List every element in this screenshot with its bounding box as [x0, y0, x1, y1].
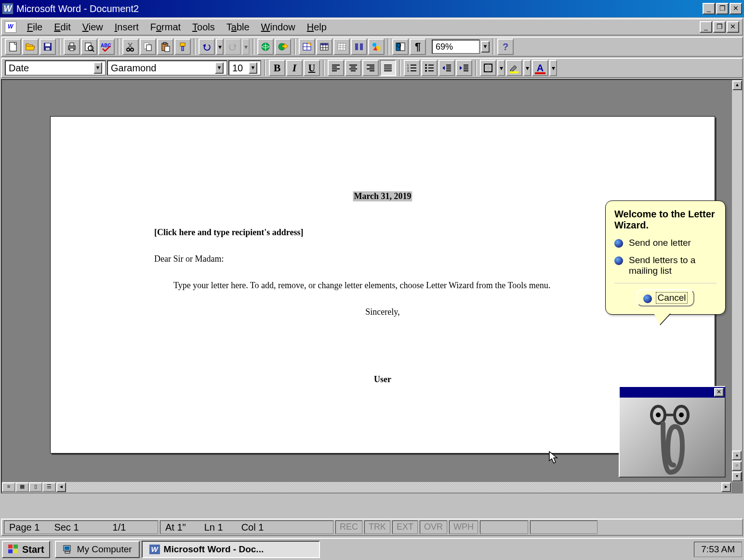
formatting-toolbar: Date▼ Garamond▼ 10▼ B I U 123 ▾ ▾ A ▾ — [1, 58, 743, 78]
border-dropdown[interactable]: ▾ — [497, 60, 505, 76]
drawing-button[interactable] — [368, 39, 385, 55]
spelling-button[interactable]: ABC — [98, 39, 115, 55]
outline-view-button[interactable]: ☰ — [42, 482, 56, 492]
tables-borders-button[interactable] — [299, 39, 315, 55]
letter-date-field[interactable]: March 31, 2019 — [353, 191, 412, 201]
taskbar-word-document[interactable]: W Microsoft Word - Doc... — [142, 541, 320, 558]
help-button[interactable]: ? — [497, 39, 514, 55]
redo-button[interactable] — [225, 39, 241, 55]
show-hide-button[interactable]: ¶ — [410, 39, 426, 55]
mdi-minimize-button[interactable]: _ — [700, 21, 712, 33]
undo-button[interactable] — [199, 39, 215, 55]
menu-format[interactable]: Format — [145, 20, 186, 35]
font-size-combo[interactable]: 10▼ — [228, 60, 261, 76]
copy-button[interactable] — [140, 39, 156, 55]
scroll-right-button[interactable]: ► — [721, 482, 731, 492]
insert-table-button[interactable] — [316, 39, 332, 55]
close-button[interactable]: ✕ — [730, 3, 742, 14]
standard-toolbar: ABC ▾ ▾ ¶ 69% ▼ ? — [1, 37, 743, 57]
status-wph-indicator[interactable]: WPH — [449, 520, 478, 534]
status-rec-indicator[interactable]: REC — [335, 520, 362, 534]
web-toolbar-button[interactable] — [275, 39, 291, 55]
minimize-button[interactable]: _ — [703, 3, 715, 14]
document-control-icon[interactable] — [5, 21, 16, 33]
svg-rect-18 — [163, 42, 166, 44]
mdi-restore-button[interactable]: ❐ — [713, 21, 726, 33]
office-assistant-window[interactable]: ✕ — [619, 386, 726, 478]
page-layout-view-button[interactable]: ▯ — [29, 482, 42, 492]
balloon-option-mailing-list[interactable]: Send letters to a mailing list — [614, 255, 717, 276]
paste-button[interactable] — [157, 39, 173, 55]
assistant-close-button[interactable]: ✕ — [714, 388, 724, 397]
menu-view[interactable]: View — [77, 20, 109, 35]
taskbar-my-computer[interactable]: My Computer — [55, 541, 140, 558]
svg-text:ABC: ABC — [101, 43, 111, 48]
underline-button[interactable]: U — [304, 60, 320, 76]
justify-button[interactable] — [380, 60, 396, 76]
align-center-button[interactable] — [345, 60, 361, 76]
select-browse-object-button[interactable]: ○ — [732, 461, 742, 471]
decrease-indent-button[interactable] — [438, 60, 455, 76]
undo-dropdown[interactable]: ▾ — [216, 39, 224, 55]
balloon-cancel-button[interactable]: Cancel — [637, 289, 694, 307]
online-layout-view-button[interactable]: ▦ — [15, 482, 29, 492]
font-color-dropdown[interactable]: ▾ — [549, 60, 557, 76]
highlight-button[interactable] — [506, 60, 522, 76]
menu-tools[interactable]: Tools — [186, 20, 221, 35]
svg-point-13 — [127, 48, 130, 51]
outside-border-button[interactable] — [480, 60, 496, 76]
balloon-option-send-one[interactable]: Send one letter — [614, 238, 717, 248]
maximize-button[interactable]: ❐ — [716, 3, 729, 14]
closing-text[interactable]: Sincerely, — [365, 307, 399, 317]
svg-point-71 — [425, 64, 427, 66]
align-right-button[interactable] — [362, 60, 379, 76]
highlight-dropdown[interactable]: ▾ — [523, 60, 531, 76]
font-color-button[interactable]: A — [532, 60, 548, 76]
svg-rect-41 — [355, 43, 358, 50]
print-button[interactable] — [64, 39, 80, 55]
bulleted-list-button[interactable] — [421, 60, 438, 76]
format-painter-button[interactable] — [174, 39, 191, 55]
insert-hyperlink-button[interactable] — [257, 39, 274, 55]
menu-insert[interactable]: Insert — [109, 20, 145, 35]
redo-dropdown[interactable]: ▾ — [242, 39, 250, 55]
status-trk-indicator[interactable]: TRK — [364, 520, 390, 534]
columns-button[interactable] — [351, 39, 367, 55]
document-map-button[interactable] — [392, 39, 409, 55]
vertical-scrollbar[interactable]: ▲ ▼ — [731, 80, 742, 482]
menu-help[interactable]: Help — [301, 20, 332, 35]
normal-view-button[interactable]: ≡ — [2, 482, 15, 492]
zoom-dropdown-arrow[interactable]: ▼ — [481, 41, 490, 53]
menu-window[interactable]: Window — [255, 20, 301, 35]
numbered-list-button[interactable]: 123 — [404, 60, 420, 76]
bold-button[interactable]: B — [269, 60, 285, 76]
zoom-combo[interactable]: 69% — [432, 40, 480, 54]
font-combo[interactable]: Garamond▼ — [107, 60, 227, 76]
new-document-button[interactable] — [5, 39, 21, 55]
start-button[interactable]: Start — [2, 541, 50, 558]
menu-table[interactable]: Table — [221, 20, 255, 35]
recipient-address-field[interactable]: [Click here and type recipient's address… — [154, 227, 304, 238]
next-page-button[interactable]: ▾ — [732, 472, 742, 481]
mdi-close-button[interactable]: ✕ — [727, 21, 739, 33]
scroll-up-button[interactable]: ▲ — [732, 80, 742, 90]
scroll-left-button[interactable]: ◄ — [56, 482, 66, 492]
increase-indent-button[interactable] — [456, 60, 472, 76]
menu-edit[interactable]: Edit — [48, 20, 76, 35]
sender-name-text[interactable]: User — [374, 374, 391, 385]
system-tray[interactable]: 7:53 AM — [694, 542, 742, 557]
previous-page-button[interactable]: ▴ — [732, 451, 742, 460]
italic-button[interactable]: I — [286, 60, 303, 76]
open-button[interactable] — [22, 39, 39, 55]
align-left-button[interactable] — [328, 60, 344, 76]
insert-worksheet-button[interactable] — [333, 39, 350, 55]
style-combo[interactable]: Date▼ — [5, 60, 106, 76]
status-ext-indicator[interactable]: EXT — [392, 520, 418, 534]
status-ovr-indicator[interactable]: OVR — [420, 520, 447, 534]
salutation-text[interactable]: Dear Sir or Madam: — [154, 254, 224, 264]
cut-button[interactable] — [122, 39, 139, 55]
menu-file[interactable]: File — [21, 20, 48, 35]
print-preview-button[interactable] — [81, 39, 97, 55]
save-button[interactable] — [40, 39, 56, 55]
status-page-count: 1/1 — [113, 522, 126, 533]
